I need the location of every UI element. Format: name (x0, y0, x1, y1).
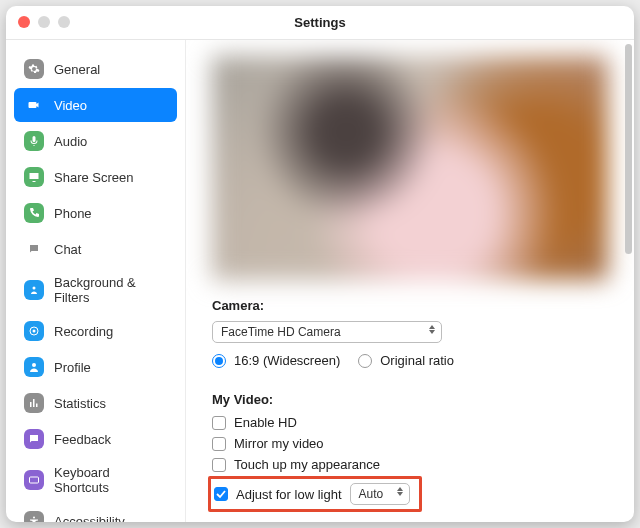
radio-icon (212, 354, 226, 368)
sidebar-item-general[interactable]: General (14, 52, 177, 86)
camera-preview (212, 56, 608, 280)
aspect-original-label: Original ratio (380, 353, 454, 368)
low-light-option[interactable]: Adjust for low light (214, 487, 342, 502)
svg-point-2 (33, 330, 36, 333)
low-light-label: Adjust for low light (236, 487, 342, 502)
scrollbar[interactable] (625, 44, 632, 254)
enable-hd-label: Enable HD (234, 415, 297, 430)
checkbox-icon (214, 487, 228, 501)
video-icon (24, 95, 44, 115)
sidebar-item-feedback[interactable]: Feedback (14, 422, 177, 456)
sidebar-item-chat[interactable]: Chat (14, 232, 177, 266)
camera-select[interactable]: FaceTime HD Camera (212, 321, 442, 343)
touch-up-option[interactable]: Touch up my appearance (212, 457, 608, 472)
accessibility-icon (24, 511, 44, 522)
mirror-video-label: Mirror my video (234, 436, 324, 451)
sidebar-item-recording[interactable]: Recording (14, 314, 177, 348)
low-light-mode-select[interactable]: Auto (350, 483, 410, 505)
window-controls (18, 16, 70, 28)
settings-window: Settings GeneralVideoAudioShare ScreenPh… (6, 6, 634, 522)
low-light-highlight: Adjust for low light Auto (212, 478, 418, 510)
camera-section-label: Camera: (212, 298, 608, 313)
general-icon (24, 59, 44, 79)
sidebar-item-label: Video (54, 98, 87, 113)
aspect-widescreen-label: 16:9 (Widescreen) (234, 353, 340, 368)
sidebar-item-label: Feedback (54, 432, 111, 447)
aspect-ratio-group: 16:9 (Widescreen) Original ratio (212, 353, 608, 374)
sidebar-item-phone[interactable]: Phone (14, 196, 177, 230)
sidebar-item-label: Background & Filters (54, 275, 167, 305)
profile-icon (24, 357, 44, 377)
aspect-widescreen-option[interactable]: 16:9 (Widescreen) (212, 353, 340, 368)
radio-icon (358, 354, 372, 368)
sidebar-item-label: Phone (54, 206, 92, 221)
sidebar-item-accessibility[interactable]: Accessibility (14, 504, 177, 522)
background-filters-icon (24, 280, 44, 300)
sidebar-item-label: Accessibility (54, 514, 125, 523)
sidebar-item-label: General (54, 62, 100, 77)
video-settings-panel: Camera: FaceTime HD Camera 16:9 (Widescr… (186, 40, 634, 522)
sidebar-item-audio[interactable]: Audio (14, 124, 177, 158)
sidebar-item-background-filters[interactable]: Background & Filters (14, 268, 177, 312)
my-video-section-label: My Video: (212, 392, 608, 407)
minimize-window-button[interactable] (38, 16, 50, 28)
chat-icon (24, 239, 44, 259)
sidebar-item-share-screen[interactable]: Share Screen (14, 160, 177, 194)
sidebar-item-label: Audio (54, 134, 87, 149)
sidebar-item-label: Chat (54, 242, 81, 257)
camera-select-value: FaceTime HD Camera (221, 325, 341, 339)
recording-icon (24, 321, 44, 341)
svg-point-5 (33, 517, 35, 519)
checkbox-icon (212, 437, 226, 451)
svg-rect-4 (30, 477, 39, 483)
enable-hd-option[interactable]: Enable HD (212, 415, 608, 430)
sidebar-item-keyboard-shortcuts[interactable]: Keyboard Shortcuts (14, 458, 177, 502)
sidebar-item-video[interactable]: Video (14, 88, 177, 122)
titlebar: Settings (6, 6, 634, 40)
svg-point-0 (33, 287, 36, 290)
window-body: GeneralVideoAudioShare ScreenPhoneChatBa… (6, 40, 634, 522)
mirror-video-option[interactable]: Mirror my video (212, 436, 608, 451)
feedback-icon (24, 429, 44, 449)
zoom-window-button[interactable] (58, 16, 70, 28)
close-window-button[interactable] (18, 16, 30, 28)
sidebar: GeneralVideoAudioShare ScreenPhoneChatBa… (6, 40, 186, 522)
checkbox-icon (212, 416, 226, 430)
touch-up-label: Touch up my appearance (234, 457, 380, 472)
audio-icon (24, 131, 44, 151)
keyboard-shortcuts-icon (24, 470, 44, 490)
sidebar-item-label: Keyboard Shortcuts (54, 465, 167, 495)
aspect-original-option[interactable]: Original ratio (358, 353, 454, 368)
svg-point-3 (32, 363, 36, 367)
statistics-icon (24, 393, 44, 413)
low-light-mode-value: Auto (359, 487, 384, 501)
sidebar-item-label: Recording (54, 324, 113, 339)
phone-icon (24, 203, 44, 223)
sidebar-item-label: Statistics (54, 396, 106, 411)
share-screen-icon (24, 167, 44, 187)
checkbox-icon (212, 458, 226, 472)
sidebar-item-label: Profile (54, 360, 91, 375)
content-area: Camera: FaceTime HD Camera 16:9 (Widescr… (186, 40, 634, 522)
window-title: Settings (294, 15, 345, 30)
sidebar-item-profile[interactable]: Profile (14, 350, 177, 384)
sidebar-item-statistics[interactable]: Statistics (14, 386, 177, 420)
sidebar-item-label: Share Screen (54, 170, 134, 185)
